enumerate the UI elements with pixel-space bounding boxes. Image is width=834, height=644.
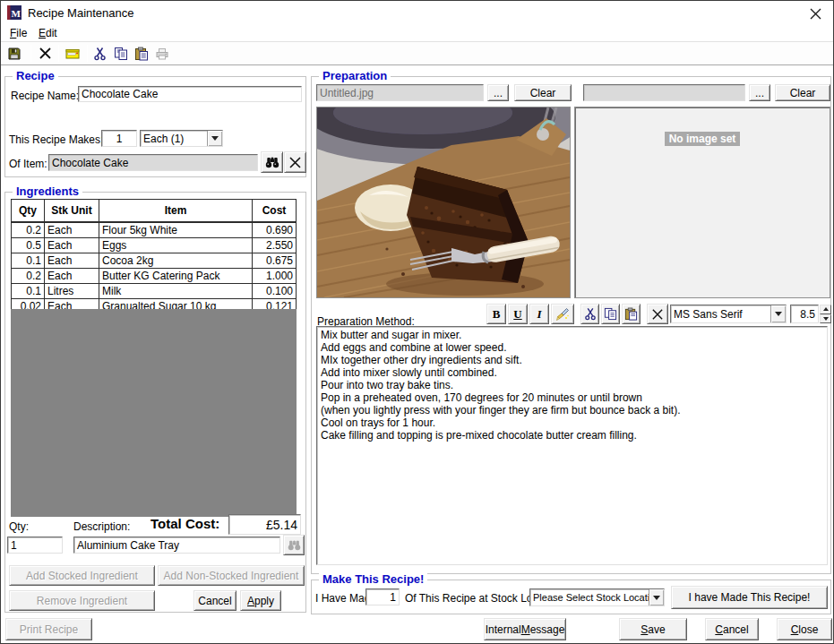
table-row[interactable]: 0.1LitresMilk0.100 bbox=[12, 284, 296, 299]
print-recipe-button: Print Recipe bbox=[5, 618, 92, 640]
ingredients-group: Ingredients Qty Stk Unit Item Cost 0.2Ea… bbox=[4, 192, 306, 613]
no-image-set-text: No image set bbox=[665, 132, 741, 146]
ingredients-grid-empty-area bbox=[11, 309, 297, 517]
close-icon bbox=[651, 308, 664, 321]
italic-button[interactable]: I bbox=[529, 304, 549, 324]
preparation-group-label: Preparation bbox=[319, 69, 391, 82]
delete-icon[interactable] bbox=[35, 43, 55, 64]
paste-icon[interactable] bbox=[132, 43, 150, 64]
make-recipe-group-label: Make This Recipe! bbox=[319, 572, 427, 586]
remove-ingredient-button: Remove Ingredient bbox=[9, 590, 155, 611]
search-item-button[interactable] bbox=[261, 151, 283, 173]
ingredients-table[interactable]: Qty Stk Unit Item Cost 0.2EachFlour 5kg … bbox=[11, 199, 297, 314]
image2-path-input bbox=[583, 84, 745, 101]
clear-item-button[interactable] bbox=[284, 151, 306, 173]
clear-image2-button[interactable]: Clear bbox=[775, 84, 830, 101]
save-button[interactable]: Save bbox=[619, 618, 687, 640]
clear-text-button[interactable] bbox=[647, 304, 668, 324]
have-made-input[interactable]: 1 bbox=[365, 588, 400, 605]
font-family-value: MS Sans Serif bbox=[671, 305, 770, 322]
recipe-name-label: Recipe Name: bbox=[11, 90, 79, 102]
copy-icon bbox=[604, 307, 617, 321]
close-button[interactable]: Close bbox=[777, 618, 832, 640]
paintbrush-icon bbox=[555, 307, 570, 322]
cut-icon[interactable] bbox=[90, 43, 109, 64]
spin-up-icon[interactable] bbox=[820, 305, 831, 314]
cut-text-button[interactable] bbox=[580, 304, 599, 324]
copy-text-button[interactable] bbox=[601, 304, 620, 324]
close-icon bbox=[288, 156, 302, 169]
cancel-button[interactable]: Cancel bbox=[705, 618, 759, 640]
description-input[interactable]: Aluminium Cake Tray bbox=[73, 537, 280, 554]
underline-button[interactable]: U bbox=[508, 304, 528, 324]
format-brush-button[interactable] bbox=[551, 304, 574, 324]
recipe-group: Recipe Recipe Name: Chocolate Cake This … bbox=[4, 76, 306, 177]
bold-button[interactable]: B bbox=[486, 304, 506, 324]
close-icon[interactable] bbox=[807, 5, 823, 21]
image1-path-input: Untitled.jpg bbox=[316, 84, 484, 101]
recipe-group-label: Recipe bbox=[13, 69, 58, 82]
make-recipe-group: Make This Recipe! I Have Made: 1 Of This… bbox=[311, 580, 831, 614]
recipe-photo bbox=[316, 107, 571, 298]
add-stocked-ingredient-button: Add Stocked Ingredient bbox=[9, 565, 155, 586]
table-row[interactable]: 0.2EachFlour 5kg White0.690 bbox=[12, 223, 296, 238]
table-row[interactable]: 0.1EachCocoa 2kg0.675 bbox=[12, 253, 296, 269]
copy-icon[interactable] bbox=[111, 43, 130, 64]
preparation-method-textarea[interactable]: Mix butter and sugar in mixer. Add eggs … bbox=[316, 326, 828, 565]
qty-label: Qty: bbox=[9, 520, 29, 533]
toolbar-separator bbox=[58, 45, 59, 62]
table-row[interactable]: 0.2EachButter KG Catering Pack1.000 bbox=[12, 269, 296, 284]
ingredient-cancel-button[interactable]: Cancel bbox=[193, 590, 236, 611]
message-icon[interactable] bbox=[63, 43, 82, 64]
paste-text-button[interactable] bbox=[622, 304, 641, 324]
search-description-button bbox=[283, 535, 305, 555]
svg-text:M: M bbox=[12, 8, 21, 19]
font-size-input[interactable]: 8.5 bbox=[790, 305, 819, 323]
stock-location-value: Please Select Stock Location bbox=[530, 589, 649, 605]
recipe-makes-unit-value: Each (1) bbox=[141, 131, 207, 146]
chevron-down-icon[interactable] bbox=[649, 589, 664, 605]
description-label: Description: bbox=[73, 520, 130, 533]
menu-file[interactable]: File bbox=[6, 26, 30, 40]
font-family-select[interactable]: MS Sans Serif bbox=[670, 305, 787, 323]
chocolate-cake-image bbox=[317, 107, 570, 297]
menu-edit[interactable]: Edit bbox=[35, 26, 61, 40]
chevron-down-icon[interactable] bbox=[207, 131, 222, 146]
col-stk-unit: Stk Unit bbox=[45, 200, 99, 221]
app-icon: M bbox=[7, 5, 21, 20]
recipe-maintenance-window: M Recipe Maintenance File Edit bbox=[0, 0, 834, 644]
add-nonstocked-ingredient-button: Add Non-Stocked Ingredient bbox=[158, 565, 305, 586]
font-size-stepper[interactable] bbox=[820, 305, 831, 323]
total-cost-value: £5.14 bbox=[228, 514, 301, 535]
menu-bar: File Edit bbox=[1, 24, 833, 41]
internal-message-button[interactable]: Internal Message bbox=[484, 618, 566, 640]
of-item-input: Chocolate Cake bbox=[48, 154, 258, 171]
paste-icon bbox=[624, 307, 638, 321]
browse-image1-button[interactable]: ... bbox=[487, 84, 509, 101]
toolbar bbox=[1, 41, 833, 65]
recipe-makes-unit-select[interactable]: Each (1) bbox=[140, 130, 223, 147]
preparation-group: Preparation Untitled.jpg ... Clear ... C… bbox=[311, 76, 831, 574]
stock-location-select[interactable]: Please Select Stock Location bbox=[529, 588, 665, 606]
save-icon[interactable] bbox=[4, 43, 24, 64]
print-icon bbox=[152, 43, 171, 64]
recipe-makes-label: This Recipe Makes: bbox=[9, 133, 103, 146]
ingredients-table-header: Qty Stk Unit Item Cost bbox=[12, 200, 296, 223]
clear-image1-button[interactable]: Clear bbox=[514, 84, 572, 101]
window-title: Recipe Maintenance bbox=[28, 6, 134, 20]
col-cost: Cost bbox=[253, 200, 296, 221]
ingredient-apply-button[interactable]: Apply bbox=[240, 590, 281, 611]
secondary-photo-placeholder: No image set bbox=[574, 107, 830, 298]
recipe-makes-input[interactable]: 1 bbox=[101, 130, 137, 147]
total-cost-label: Total Cost: bbox=[150, 516, 219, 531]
toolbar-separator bbox=[30, 45, 31, 62]
browse-image2-button[interactable]: ... bbox=[749, 84, 770, 101]
chevron-down-icon[interactable] bbox=[770, 305, 786, 322]
spin-down-icon[interactable] bbox=[820, 314, 831, 324]
made-this-recipe-button[interactable]: I have Made This Recipe! bbox=[671, 586, 828, 609]
table-row[interactable]: 0.5EachEggs2.550 bbox=[12, 238, 296, 253]
qty-input[interactable]: 1 bbox=[7, 537, 63, 554]
recipe-name-input[interactable]: Chocolate Cake bbox=[78, 86, 302, 102]
ingredients-group-label: Ingredients bbox=[13, 185, 82, 198]
cut-icon bbox=[584, 307, 597, 321]
